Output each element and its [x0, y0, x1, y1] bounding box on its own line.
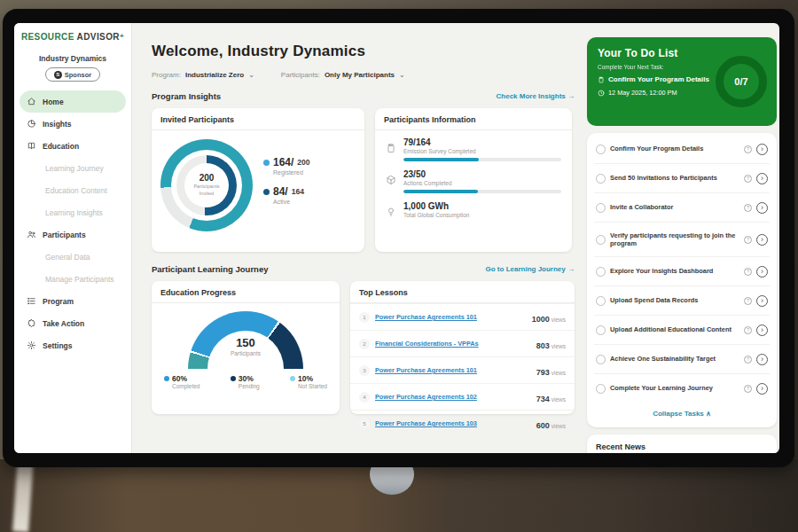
- active-num: 84/: [273, 185, 288, 198]
- help-icon[interactable]: ?: [744, 175, 752, 183]
- sidebar-item-education[interactable]: Education: [14, 135, 131, 157]
- help-icon[interactable]: ?: [744, 356, 752, 364]
- lesson-rank: 4: [359, 392, 370, 403]
- help-icon[interactable]: ?: [744, 236, 752, 244]
- stat-label: Emission Survey Completed: [403, 148, 561, 154]
- sidebar-item-manage-participants[interactable]: Manage Participants: [14, 268, 131, 290]
- completed-dot-icon: [164, 376, 169, 381]
- task-row[interactable]: Upload Additional Educational Content ? …: [594, 316, 770, 345]
- logo-primary: RESOURCE: [21, 32, 74, 42]
- not-started-dot-icon: [290, 376, 295, 381]
- link-label: Go to Learning Journey: [486, 265, 566, 273]
- help-icon[interactable]: ?: [744, 297, 752, 305]
- participants-information-card: Participants Information 79/164 Emission…: [375, 108, 572, 252]
- lesson-link[interactable]: Power Purchase Agreements 101: [375, 313, 527, 321]
- help-icon[interactable]: ?: [744, 326, 752, 334]
- sidebar-item-insights[interactable]: Insights: [14, 113, 131, 135]
- task-checkbox[interactable]: [596, 235, 606, 245]
- task-row[interactable]: Upload Spend Data Records ? ›: [594, 286, 770, 316]
- todo-progress-value: 0/7: [734, 76, 747, 87]
- sidebar-item-participants[interactable]: Participants: [14, 223, 131, 246]
- lesson-link[interactable]: Power Purchase Agreements 101: [375, 366, 531, 374]
- sidebar-item-program[interactable]: Program: [14, 290, 131, 312]
- task-checkbox[interactable]: [596, 145, 606, 154]
- collapse-tasks-link[interactable]: Collapse Tasks ∧: [594, 403, 770, 426]
- stat-actions-completed: 23/50 Actions Completed: [386, 169, 561, 193]
- stat-emission-survey: 79/164 Emission Survey Completed: [386, 137, 561, 161]
- task-row[interactable]: Send 50 Invitations to Participants ? ›: [594, 164, 770, 193]
- lesson-views-label: views: [552, 423, 566, 429]
- help-icon[interactable]: ?: [744, 385, 752, 393]
- lesson-link[interactable]: Financial Considerations - VPPAs: [375, 340, 531, 348]
- task-row[interactable]: Invite a Collaborator ? ›: [594, 193, 770, 223]
- active-label: Active: [273, 199, 310, 205]
- task-checkbox[interactable]: [596, 325, 606, 335]
- chevron-right-icon[interactable]: ›: [756, 173, 768, 184]
- sidebar-item-general-data[interactable]: General Data: [14, 246, 131, 268]
- sidebar-item-learning-journey[interactable]: Learning Journey: [14, 157, 131, 179]
- chevron-right-icon[interactable]: ›: [756, 325, 768, 336]
- lesson-link[interactable]: Power Purchase Agreements 102: [375, 393, 531, 401]
- active-den: 164: [292, 187, 304, 196]
- lesson-row: 1 Power Purchase Agreements 101 1000view…: [350, 303, 575, 330]
- task-label: Complete Your Learning Journey: [610, 384, 739, 393]
- lesson-views: 734: [536, 395, 550, 403]
- task-checkbox[interactable]: [596, 384, 606, 394]
- legend-completed: 60% Completed: [164, 374, 200, 389]
- task-row[interactable]: Explore Your Insights Dashboard ? ›: [594, 257, 770, 286]
- program-dropdown[interactable]: Program: Industrialize Zero ⌄: [152, 71, 254, 79]
- sidebar-item-learning-insights[interactable]: Learning Insights: [14, 201, 131, 223]
- legend-pct: 10%: [298, 374, 313, 383]
- chevron-right-icon[interactable]: ›: [756, 266, 768, 278]
- sponsor-badge[interactable]: S Sponsor: [45, 67, 100, 82]
- todo-next-task: Confirm Your Program Details: [608, 75, 709, 83]
- task-row[interactable]: Verify participants requesting to join t…: [594, 223, 770, 257]
- stat-value: 1,000 GWh: [403, 201, 561, 211]
- chevron-right-icon[interactable]: ›: [756, 383, 768, 395]
- filter-bar: Program: Industrialize Zero ⌄ Participan…: [152, 71, 575, 79]
- task-checkbox[interactable]: [596, 296, 606, 306]
- stat-global-consumption: 1,000 GWh Total Global Consumption: [386, 201, 561, 218]
- chevron-right-icon[interactable]: ›: [756, 144, 768, 155]
- help-icon[interactable]: ?: [744, 204, 752, 212]
- todo-progress-ring: 0/7: [716, 56, 767, 107]
- active-dot-icon: [263, 189, 270, 195]
- section-title: Program Insights: [152, 91, 221, 101]
- task-row[interactable]: Confirm Your Program Details ? ›: [594, 135, 770, 164]
- lesson-row: 5 Power Purchase Agreements 103 600views: [350, 410, 575, 436]
- chevron-right-icon[interactable]: ›: [756, 202, 768, 214]
- go-to-learning-journey-link[interactable]: Go to Learning Journey →: [486, 265, 575, 273]
- chevron-right-icon[interactable]: ›: [756, 295, 768, 307]
- help-icon[interactable]: ?: [744, 268, 752, 276]
- sidebar-item-home[interactable]: Home: [20, 90, 126, 113]
- todo-task-list: Confirm Your Program Details ? › Send 50…: [587, 133, 777, 427]
- logo-secondary: ADVISOR: [77, 32, 120, 42]
- sidebar-item-settings[interactable]: Settings: [14, 334, 131, 356]
- recent-news-title: Recent News: [596, 442, 768, 453]
- task-checkbox[interactable]: [596, 267, 606, 277]
- list-icon: [27, 296, 36, 306]
- gauge-center-label: Participants: [188, 350, 303, 356]
- donut-center: 200 Participants Invited: [184, 163, 229, 207]
- sidebar-item-label: Education Content: [45, 186, 107, 195]
- participants-dropdown[interactable]: Participants: Only My Participants ⌄: [281, 71, 405, 79]
- sidebar-item-label: Education: [43, 142, 79, 151]
- card-title: Top Lessons: [350, 281, 575, 303]
- check-more-insights-link[interactable]: Check More Insights →: [497, 92, 575, 100]
- task-row[interactable]: Achieve One Sustainability Target ? ›: [594, 345, 770, 374]
- lesson-link[interactable]: Power Purchase Agreements 103: [375, 419, 531, 427]
- task-checkbox[interactable]: [596, 174, 606, 184]
- page-title: Welcome, Industry Dynamics: [152, 43, 575, 60]
- chevron-right-icon[interactable]: ›: [756, 354, 768, 365]
- task-checkbox[interactable]: [596, 355, 606, 364]
- chevron-down-icon: ⌄: [248, 73, 254, 78]
- gear-icon: [27, 340, 36, 350]
- sidebar-item-take-action[interactable]: Take Action: [14, 312, 131, 334]
- registered-den: 200: [297, 158, 309, 167]
- help-icon[interactable]: ?: [744, 145, 752, 153]
- task-row[interactable]: Complete Your Learning Journey ? ›: [594, 374, 770, 403]
- chevron-right-icon[interactable]: ›: [756, 234, 768, 246]
- stat-label: Actions Completed: [403, 180, 561, 186]
- task-checkbox[interactable]: [596, 203, 606, 213]
- sidebar-item-education-content[interactable]: Education Content: [14, 179, 131, 201]
